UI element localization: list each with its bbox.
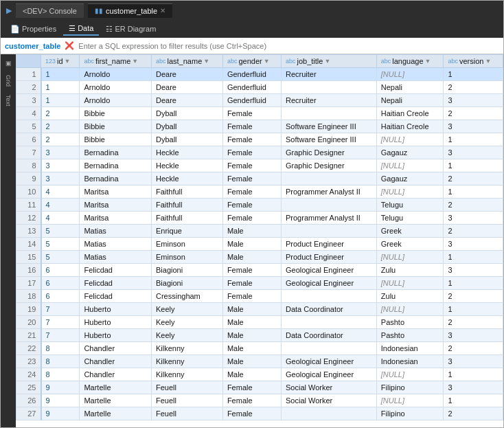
er-label: ER Diagram bbox=[115, 25, 156, 33]
table-row[interactable]: 21 7 Huberto Keely Male Data Coordinator… bbox=[16, 329, 503, 342]
cell-value: Pashto bbox=[376, 316, 444, 329]
filter-input[interactable] bbox=[78, 42, 499, 50]
cell-id: 2 bbox=[41, 120, 80, 133]
cell-version: 3 bbox=[444, 355, 503, 368]
row-number: 10 bbox=[16, 185, 41, 199]
main-window: ▶ <DEV> Console ▮▮ customer_table ✕ 📄 Pr… bbox=[0, 0, 504, 428]
cell-value: Indonesian bbox=[376, 342, 444, 355]
cell-value: Telugu bbox=[376, 212, 444, 225]
table-row[interactable]: 5 2 Bibbie Dyball Female Software Engine… bbox=[16, 120, 503, 133]
table-row[interactable]: 24 8 Chandler Kilkenny Male Geological E… bbox=[16, 368, 503, 381]
cell-version: 2 bbox=[444, 199, 503, 212]
table-row[interactable]: 7 3 Bernadina Heckle Female Graphic Desi… bbox=[16, 146, 503, 159]
text-label[interactable]: Grid bbox=[3, 72, 13, 89]
cell-id: 6 bbox=[41, 264, 80, 277]
row-number: 24 bbox=[16, 368, 41, 381]
text-icon[interactable]: Text bbox=[3, 92, 13, 109]
table-row[interactable]: 4 2 Bibbie Dyball Female Haitian Creole … bbox=[16, 107, 503, 120]
table-row[interactable]: 9 3 Bernadina Heckle Female Gagauz 2 bbox=[16, 172, 503, 185]
sort-jobtitle-icon[interactable]: ▼ bbox=[324, 58, 330, 65]
cell-id: 5 bbox=[41, 225, 80, 238]
header-job-title[interactable]: abc job_title ▼ bbox=[282, 55, 377, 68]
cell-firstname: Bernadina bbox=[80, 159, 152, 172]
cell-version: 3 bbox=[444, 329, 503, 342]
table-row[interactable]: 25 9 Martelle Feuell Female Social Worke… bbox=[16, 381, 503, 394]
cell-id: 2 bbox=[41, 107, 80, 120]
cell-firstname: Arnoldo bbox=[80, 94, 152, 107]
cell-firstname: Chandler bbox=[80, 368, 152, 381]
data-label: Data bbox=[78, 24, 93, 32]
header-id[interactable]: 123 id ▼ bbox=[41, 55, 80, 68]
header-first-name[interactable]: abc first_name ▼ bbox=[80, 55, 152, 68]
grid-icon[interactable]: ▣ bbox=[3, 57, 13, 69]
table-row[interactable]: 15 5 Matias Eminson Male Product Enginee… bbox=[16, 251, 503, 264]
table-row[interactable]: 19 7 Huberto Keely Male Data Coordinator… bbox=[16, 303, 503, 316]
table-row[interactable]: 16 6 Felicdad Biagioni Female Geological… bbox=[16, 264, 503, 277]
side-panel: ▣ Grid Text bbox=[1, 54, 16, 427]
row-number: 4 bbox=[16, 107, 41, 120]
table-row[interactable]: 1 1 Arnoldo Deare Genderfluid Recruiter … bbox=[16, 68, 503, 81]
cell-id: 7 bbox=[41, 316, 80, 329]
row-number: 12 bbox=[16, 212, 41, 225]
tab-dev-console[interactable]: <DEV> Console bbox=[16, 3, 84, 18]
er-diagram-button[interactable]: ☷ ER Diagram bbox=[100, 23, 161, 35]
cell-jobtitle bbox=[282, 81, 377, 94]
tab-customer-table[interactable]: ▮▮ customer_table ✕ bbox=[88, 3, 172, 18]
header-version[interactable]: abc version ▼ bbox=[444, 55, 503, 68]
sort-version-icon[interactable]: ▼ bbox=[485, 58, 491, 65]
cell-value: Nepali bbox=[376, 81, 444, 94]
sort-lastname-icon[interactable]: ▼ bbox=[203, 58, 209, 65]
cell-gender: Female bbox=[222, 159, 281, 172]
cell-id: 1 bbox=[41, 68, 80, 81]
cell-lastname: Enrique bbox=[151, 225, 222, 238]
table-row[interactable]: 23 8 Chandler Kilkenny Male Geological E… bbox=[16, 355, 503, 368]
table-row[interactable]: 10 4 Maritsa Faithfull Female Programmer… bbox=[16, 185, 503, 199]
sort-icon[interactable]: ▼ bbox=[65, 58, 71, 65]
table-icon: ▮▮ bbox=[95, 7, 103, 14]
table-row[interactable]: 11 4 Maritsa Faithfull Female Telugu 2 bbox=[16, 199, 503, 212]
properties-icon: 📄 bbox=[10, 25, 20, 34]
table-row[interactable]: 13 5 Matias Enrique Male Greek 2 bbox=[16, 225, 503, 238]
row-number: 19 bbox=[16, 303, 41, 316]
table-row[interactable]: 26 9 Martelle Feuell Female Social Worke… bbox=[16, 394, 503, 407]
header-language[interactable]: abc language ▼ bbox=[376, 55, 444, 68]
cell-value: Filipino bbox=[376, 381, 444, 394]
cell-jobtitle: Software Engineer III bbox=[282, 120, 377, 133]
table-row[interactable]: 17 6 Felicdad Biagioni Female Geological… bbox=[16, 277, 503, 290]
table-row[interactable]: 14 5 Matias Eminson Male Product Enginee… bbox=[16, 238, 503, 251]
table-row[interactable]: 2 1 Arnoldo Deare Genderfluid Nepali 2 bbox=[16, 81, 503, 94]
cell-lastname: Dyball bbox=[151, 120, 222, 133]
row-number: 3 bbox=[16, 94, 41, 107]
sort-language-icon[interactable]: ▼ bbox=[425, 58, 431, 65]
data-table: 123 id ▼ abc first_name ▼ bbox=[16, 54, 503, 420]
header-rownum bbox=[16, 55, 41, 68]
properties-button[interactable]: 📄 Properties bbox=[5, 23, 62, 35]
cell-id: 9 bbox=[41, 381, 80, 394]
cell-firstname: Bibbie bbox=[80, 107, 152, 120]
cell-jobtitle: Recruiter bbox=[282, 68, 377, 81]
filter-separator: ❌ bbox=[65, 41, 74, 50]
table-row[interactable]: 6 2 Bibbie Dyball Female Software Engine… bbox=[16, 133, 503, 146]
data-button[interactable]: ☰ Data bbox=[63, 23, 99, 36]
cell-firstname: Martelle bbox=[80, 381, 152, 394]
tab-close-icon[interactable]: ✕ bbox=[160, 7, 165, 14]
data-table-area[interactable]: 123 id ▼ abc first_name ▼ bbox=[16, 54, 503, 427]
header-last-name[interactable]: abc last_name ▼ bbox=[151, 55, 222, 68]
table-row[interactable]: 3 1 Arnoldo Deare Genderfluid Recruiter … bbox=[16, 94, 503, 107]
cell-jobtitle bbox=[282, 199, 377, 212]
cell-value: Greek bbox=[376, 225, 444, 238]
table-row[interactable]: 18 6 Felicdad Cressingham Female Zulu 2 bbox=[16, 290, 503, 303]
cell-gender: Female bbox=[222, 133, 281, 146]
sort-gender-icon[interactable]: ▼ bbox=[264, 58, 270, 65]
table-row[interactable]: 27 9 Martelle Feuell Female Filipino 2 bbox=[16, 407, 503, 420]
cell-value: Haitian Creole bbox=[376, 120, 444, 133]
cell-id: 8 bbox=[41, 368, 80, 381]
header-gender[interactable]: abc gender ▼ bbox=[222, 55, 281, 68]
table-row[interactable]: 8 3 Bernadina Heckle Female Graphic Desi… bbox=[16, 159, 503, 172]
cell-firstname: Huberto bbox=[80, 316, 152, 329]
sort-firstname-icon[interactable]: ▼ bbox=[132, 58, 138, 65]
table-row[interactable]: 22 8 Chandler Kilkenny Male Indonesian 2 bbox=[16, 342, 503, 355]
filter-bar: customer_table ❌ bbox=[1, 38, 503, 54]
table-row[interactable]: 20 7 Huberto Keely Male Pashto 2 bbox=[16, 316, 503, 329]
table-row[interactable]: 12 4 Maritsa Faithfull Female Programmer… bbox=[16, 212, 503, 225]
